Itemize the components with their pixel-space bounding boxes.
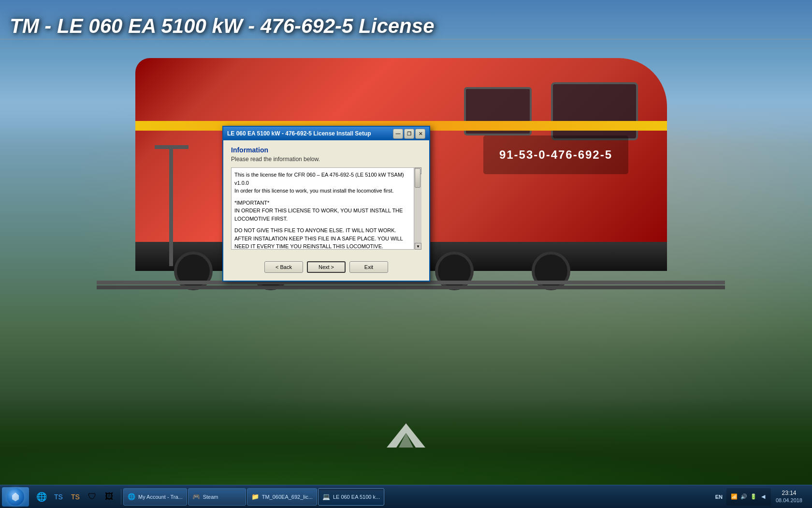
dialog-window-controls: — ❐ ✕ (393, 129, 425, 139)
taskbar-steam-icon: 🎮 (192, 493, 200, 501)
taskbar-le060-label: LE 060 EA 5100 k... (333, 494, 380, 500)
info-textbox-wrapper: This is the license file for CFR 060 – E… (231, 167, 421, 250)
taskbar-myaccount-label: My Account - Tra... (138, 494, 183, 500)
restore-icon: ❐ (407, 131, 411, 136)
brand-logo (382, 421, 430, 450)
quicklaunch-ts1[interactable]: TS (51, 489, 66, 505)
quicklaunch-ts2[interactable]: TS (68, 489, 83, 505)
desktop-title: TM - LE 060 EA 5100 kW - 476-692-5 Licen… (10, 15, 435, 38)
dialog-minimize-button[interactable]: — (393, 129, 403, 139)
install-dialog: LE 060 EA 5100 kW - 476-692-5 License In… (222, 126, 430, 282)
dialog-content: Information Please read the information … (223, 140, 429, 281)
start-button[interactable] (2, 487, 29, 507)
quick-launch-area: 🌐 TS TS 🛡 🖼 (32, 489, 119, 505)
taskbar-myaccount[interactable]: 🌐 My Account - Tra... (123, 488, 187, 506)
taskbar-steam[interactable]: 🎮 Steam (188, 488, 246, 506)
close-icon: ✕ (419, 131, 422, 136)
dialog-restore-button[interactable]: ❐ (404, 129, 414, 139)
info-text-content: This is the license file for CFR 060 – E… (234, 171, 418, 250)
clock-time: 23:14 (782, 490, 796, 497)
info-textbox[interactable]: This is the license file for CFR 060 – E… (231, 167, 421, 250)
dialog-section-title: Information (231, 146, 421, 154)
taskbar-le060install[interactable]: 💻 LE 060 EA 5100 k... (318, 488, 384, 506)
quicklaunch-ps[interactable]: 🖼 (102, 489, 117, 505)
systray-volume[interactable]: 🔊 (740, 493, 748, 501)
taskbar: 🌐 TS TS 🛡 🖼 🌐 My Account - Tra... 🎮 Stea… (0, 485, 812, 508)
quicklaunch-norton[interactable]: 🛡 (85, 489, 100, 505)
taskbar-tm060ea-label: TM_060EA_692_lic... (262, 494, 313, 500)
dialog-buttons: < Back Next > Exit (231, 257, 421, 275)
systray-battery[interactable]: 🔋 (750, 493, 757, 501)
next-button[interactable]: Next > (307, 261, 346, 273)
clock[interactable]: 23:14 08.04.2018 (772, 490, 806, 504)
start-orb (7, 488, 24, 506)
language-indicator[interactable]: EN (712, 494, 725, 500)
taskbar-myaccount-icon: 🌐 (128, 493, 135, 501)
taskbar-tm060ea[interactable]: 📁 TM_060EA_692_lic... (247, 488, 317, 506)
scrollbar-thumb[interactable] (415, 168, 420, 188)
quicklaunch-ie[interactable]: 🌐 (34, 489, 49, 505)
systray-arrow[interactable]: ◀ (759, 493, 767, 501)
taskbar-tm060ea-icon: 📁 (251, 493, 259, 501)
dialog-titlebar: LE 060 EA 5100 kW - 476-692-5 License In… (223, 127, 429, 140)
exit-button[interactable]: Exit (349, 261, 388, 273)
taskbar-steam-label: Steam (203, 494, 218, 500)
system-tray-icons: 📶 🔊 🔋 ◀ (726, 488, 771, 506)
clock-date: 08.04.2018 (776, 497, 802, 504)
scroll-down-button[interactable]: ▼ (415, 243, 421, 250)
back-button[interactable]: < Back (264, 261, 303, 273)
taskbar-le060-icon: 💻 (322, 493, 330, 501)
dialog-close-button[interactable]: ✕ (415, 129, 425, 139)
scrollbar-track[interactable]: ▲ ▼ (414, 167, 421, 250)
dialog-title: LE 060 EA 5100 kW - 476-692-5 License In… (227, 130, 393, 137)
systray-network[interactable]: 📶 (730, 493, 738, 501)
taskbar-separator-1 (121, 489, 121, 505)
minimize-icon: — (396, 131, 401, 136)
taskbar-system-tray: EN 📶 🔊 🔋 ◀ 23:14 08.04.2018 (712, 488, 810, 506)
dialog-subtitle: Please read the information below. (231, 156, 421, 163)
